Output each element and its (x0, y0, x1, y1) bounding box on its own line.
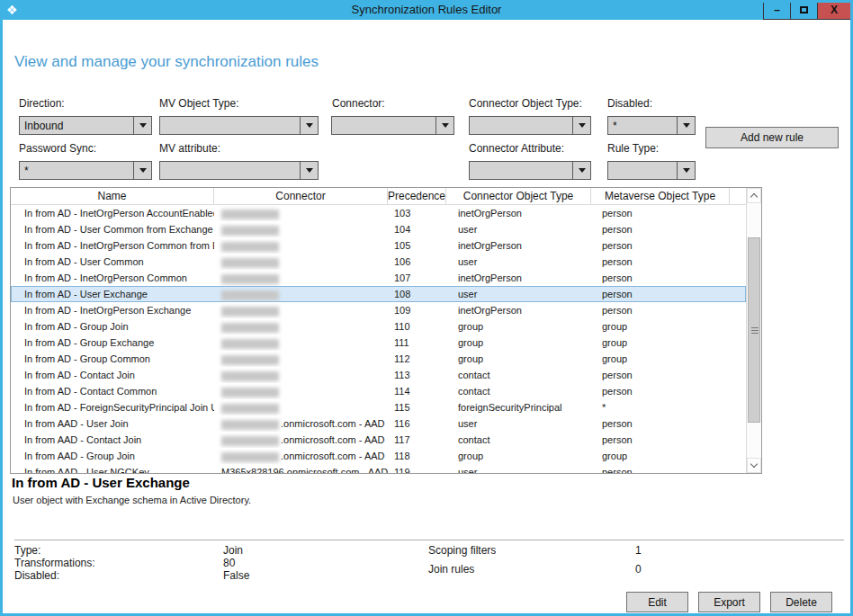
chevron-down-icon (683, 168, 690, 173)
rule-name-cell: In from AD - Group Join (11, 318, 214, 335)
redacted-connector-blur (221, 420, 279, 430)
edit-button[interactable]: Edit (626, 592, 688, 612)
disabled-dropdown[interactable]: * (607, 116, 696, 135)
mv-attribute-dropdown[interactable] (159, 161, 319, 180)
redacted-connector-blur (221, 436, 279, 446)
add-new-rule-button[interactable]: Add new rule (705, 127, 839, 148)
close-icon: X (831, 4, 838, 16)
table-row[interactable]: In from AD - User Common 106 user person (11, 254, 746, 270)
table-row[interactable]: In from AD - ForeignSecurityPrincipal Jo… (11, 399, 746, 415)
chevron-down-icon (750, 460, 758, 468)
rule-connector-object-type-cell: group (446, 351, 591, 367)
rule-connector-cell (214, 205, 388, 221)
delete-button[interactable]: Delete (770, 592, 832, 612)
table-row[interactable]: In from AD - InetOrgPerson Common from E… (11, 237, 746, 254)
connector-value (332, 117, 435, 134)
table-row[interactable]: In from AD - Group Common 112 group grou… (11, 351, 746, 367)
redacted-connector-blur (221, 355, 279, 365)
export-button[interactable]: Export (698, 592, 760, 612)
rule-type-dropdown-arrow[interactable] (677, 162, 695, 179)
direction-dropdown[interactable]: Inbound (19, 116, 152, 135)
column-header-name[interactable]: Name (11, 188, 214, 204)
rule-type-dropdown[interactable] (607, 161, 696, 180)
direction-value: Inbound (20, 117, 133, 134)
connector-dropdown[interactable] (331, 116, 454, 135)
rule-precedence-cell: 114 (388, 383, 446, 399)
table-body: In from AD - InetOrgPerson AccountEnable… (11, 205, 746, 473)
table-row[interactable]: In from AAD - User Join .onmicrosoft.com… (11, 415, 746, 432)
rule-connector-text: M365x828196.onmicrosoft.com - AAD (221, 467, 388, 473)
table-row[interactable]: In from AD - User Exchange 108 user pers… (11, 286, 746, 302)
connector-object-type-dropdown-arrow[interactable] (572, 117, 590, 134)
password-sync-dropdown-arrow[interactable] (133, 162, 151, 179)
rule-metaverse-object-type-cell: group (591, 448, 730, 464)
rule-metaverse-object-type-cell: person (591, 302, 730, 318)
rule-connector-object-type-cell: group (446, 318, 591, 335)
mv-object-type-dropdown[interactable] (159, 116, 319, 135)
redacted-connector-blur (221, 371, 279, 381)
rule-connector-cell: M365x828196.onmicrosoft.com - AAD (214, 464, 388, 473)
connector-attribute-dropdown[interactable] (469, 161, 591, 180)
table-row[interactable]: In from AD - Group Exchange 111 group gr… (11, 335, 746, 351)
table-row[interactable]: In from AD - InetOrgPerson Exchange 109 … (11, 302, 746, 318)
vertical-scrollbar[interactable] (746, 188, 761, 473)
table-row[interactable]: In from AD - Contact Join 113 contact pe… (11, 367, 746, 383)
rule-connector-cell (214, 318, 388, 335)
titlebar[interactable]: ❖ Synchronization Rules Editor – X (0, 0, 853, 20)
table-row[interactable]: In from AD - User Common from Exchange 1… (11, 221, 746, 237)
rule-metaverse-object-type-cell: * (591, 399, 730, 415)
redacted-connector-blur (221, 274, 279, 284)
table-row[interactable]: In from AD - Contact Common 114 contact … (11, 383, 746, 399)
redacted-connector-blur (221, 210, 279, 219)
rule-precedence-cell: 118 (388, 448, 446, 464)
rule-connector-cell (214, 286, 388, 302)
connector-label: Connector: (332, 97, 385, 110)
rule-metaverse-object-type-cell: person (591, 367, 730, 383)
minimize-button[interactable]: – (763, 0, 791, 20)
rule-metaverse-object-type-cell: group (591, 318, 730, 335)
scroll-down-button[interactable] (747, 458, 761, 473)
column-header-connector-object-type[interactable]: Connector Object Type (446, 188, 591, 204)
rule-name-cell: In from AD - User Exchange (11, 286, 214, 302)
rule-name-cell: In from AD - ForeignSecurityPrincipal Jo… (11, 399, 214, 415)
minimize-icon: – (774, 4, 780, 16)
rule-name-cell: In from AD - InetOrgPerson Exchange (11, 302, 214, 318)
scroll-up-button[interactable] (747, 188, 761, 203)
maximize-button[interactable] (790, 0, 818, 20)
rule-connector-object-type-cell: group (446, 335, 591, 351)
disabled-dropdown-arrow[interactable] (677, 117, 695, 134)
table-row[interactable]: In from AD - InetOrgPerson Common 107 in… (11, 270, 746, 286)
password-sync-dropdown[interactable]: * (19, 161, 152, 180)
selected-rule-description: User object with Exchange schema in Acti… (13, 495, 251, 505)
column-header-metaverse-object-type[interactable]: Metaverse Object Type (591, 188, 730, 204)
rule-metaverse-object-type-cell: person (591, 464, 730, 473)
column-header-precedence[interactable]: Precedence (388, 188, 446, 204)
table-row[interactable]: In from AAD - Contact Join .onmicrosoft.… (11, 432, 746, 448)
connector-attribute-dropdown-arrow[interactable] (572, 162, 590, 179)
rule-precedence-cell: 113 (388, 367, 446, 383)
rule-connector-object-type-cell: user (446, 254, 591, 270)
table-row[interactable]: In from AAD - User NGCKey M365x828196.on… (11, 464, 746, 473)
join-rules-label: Join rules (428, 563, 474, 576)
rule-connector-object-type-cell: inetOrgPerson (446, 205, 591, 221)
mv-attribute-dropdown-arrow[interactable] (300, 162, 318, 179)
direction-dropdown-arrow[interactable] (133, 117, 151, 134)
table-row[interactable]: In from AAD - Group Join .onmicrosoft.co… (11, 448, 746, 464)
connector-dropdown-arrow[interactable] (435, 117, 453, 134)
column-header-connector[interactable]: Connector (214, 188, 388, 204)
rule-connector-object-type-cell: user (446, 464, 591, 473)
close-button[interactable]: X (817, 0, 851, 20)
type-value: Join (223, 544, 243, 557)
redacted-connector-blur (221, 323, 279, 333)
rule-precedence-cell: 119 (388, 464, 446, 473)
disabled-filter-label: Disabled: (607, 97, 652, 110)
table-row[interactable]: In from AD - InetOrgPerson AccountEnable… (11, 205, 746, 221)
connector-object-type-dropdown[interactable] (469, 116, 591, 135)
add-new-rule-label: Add new rule (741, 131, 804, 144)
table-row[interactable]: In from AD - Group Join 110 group group (11, 318, 746, 335)
page-title: View and manage your synchronization rul… (14, 53, 319, 71)
mv-object-type-dropdown-arrow[interactable] (300, 117, 318, 134)
export-button-label: Export (714, 596, 745, 609)
rule-connector-object-type-cell: contact (446, 367, 591, 383)
scrollbar-thumb[interactable] (748, 237, 760, 423)
